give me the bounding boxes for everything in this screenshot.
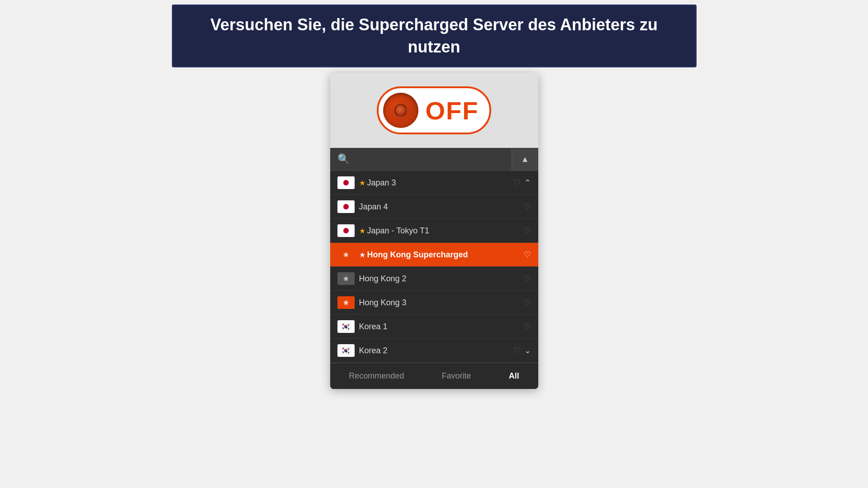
heart-icon-korea2[interactable]: ♡ <box>513 346 521 355</box>
toggle-area: OFF <box>330 73 538 148</box>
server-name-japan3: Japan 3 <box>367 178 513 188</box>
search-bar: 🔍 ▲ <box>330 148 538 171</box>
server-name-japan4: Japan 4 <box>359 202 524 212</box>
heart-icon-hk-sc[interactable]: ♡ <box>524 250 531 260</box>
heart-icon-korea1[interactable]: ♡ <box>524 322 531 332</box>
search-input[interactable] <box>354 155 504 163</box>
flag-icon-kr1: 🇰🇷 <box>337 320 355 333</box>
flag-icon-jp3 <box>337 224 355 237</box>
heart-icon-hk3[interactable]: ♡ <box>524 298 531 308</box>
server-item-korea1[interactable]: 🇰🇷 Korea 1 ♡ <box>330 315 538 339</box>
server-item-japan-tokyo[interactable]: ★ Japan - Tokyo T1 ♡ <box>330 219 538 243</box>
server-item-hk3[interactable]: ❀ Hong Kong 3 ♡ <box>330 291 538 315</box>
heart-icon-tokyo[interactable]: ♡ <box>524 226 531 236</box>
flag-icon-jp <box>337 176 355 189</box>
server-item-korea2[interactable]: 🇰🇷 Korea 2 ♡ ⌄ <box>330 339 538 363</box>
chevron-up-icon[interactable]: ⌃ <box>524 178 531 188</box>
toggle-knob <box>383 93 418 128</box>
server-list-scroll: ★ Japan 3 ♡ ⌃ Japan 4 ♡ ★ Ja <box>330 171 538 363</box>
star-icon-tokyo: ★ <box>359 227 365 235</box>
flag-icon-hk2: ❀ <box>337 272 355 285</box>
banner-text: Versuchen Sie, die Supercharged Server d… <box>191 14 677 58</box>
tab-favorite[interactable]: Favorite <box>435 370 479 383</box>
server-name-tokyo: Japan - Tokyo T1 <box>367 226 524 236</box>
flag-icon-kr2: 🇰🇷 <box>337 344 355 357</box>
vpn-app: OFF 🔍 ▲ ★ Japan 3 ♡ ⌃ <box>330 73 538 389</box>
toggle-label: OFF <box>426 96 479 125</box>
bottom-tabs: Recommended Favorite All <box>330 363 538 389</box>
server-item-hk-supercharged[interactable]: ❀ ★ Hong Kong Supercharged ♡ <box>330 243 538 267</box>
heart-icon-japan3[interactable]: ♡ <box>513 178 521 188</box>
server-item-japan3[interactable]: ★ Japan 3 ♡ ⌃ <box>330 171 538 195</box>
star-icon: ★ <box>359 179 365 187</box>
heart-icon-hk2[interactable]: ♡ <box>524 274 531 284</box>
server-name-hk-sc: Hong Kong Supercharged <box>367 250 524 260</box>
tab-all[interactable]: All <box>502 370 526 383</box>
server-name-korea1: Korea 1 <box>359 322 524 332</box>
vpn-toggle[interactable]: OFF <box>377 86 492 134</box>
top-banner: Versuchen Sie, die Supercharged Server d… <box>172 5 697 67</box>
server-list-container: 🔍 ▲ ★ Japan 3 ♡ ⌃ Japan 4 <box>330 148 538 389</box>
search-icon: 🔍 <box>337 153 350 165</box>
star-icon-hk-sc: ★ <box>359 251 365 259</box>
flag-icon-hk-sc: ❀ <box>337 248 355 261</box>
tab-recommended[interactable]: Recommended <box>342 370 411 383</box>
chevron-down-icon: ⌄ <box>524 346 531 355</box>
search-expand-button[interactable]: ▲ <box>512 148 538 171</box>
flag-icon-hk3: ❀ <box>337 296 355 309</box>
flag-icon-jp2 <box>337 200 355 213</box>
server-item-hk2[interactable]: ❀ Hong Kong 2 ♡ <box>330 267 538 291</box>
server-name-korea2: Korea 2 <box>359 346 513 355</box>
server-name-hk2: Hong Kong 2 <box>359 274 524 284</box>
server-name-hk3: Hong Kong 3 <box>359 298 524 308</box>
heart-icon-japan4[interactable]: ♡ <box>524 202 531 212</box>
server-item-japan4[interactable]: Japan 4 ♡ <box>330 195 538 219</box>
search-input-wrapper: 🔍 <box>330 148 512 171</box>
toggle-knob-inner <box>394 104 407 117</box>
